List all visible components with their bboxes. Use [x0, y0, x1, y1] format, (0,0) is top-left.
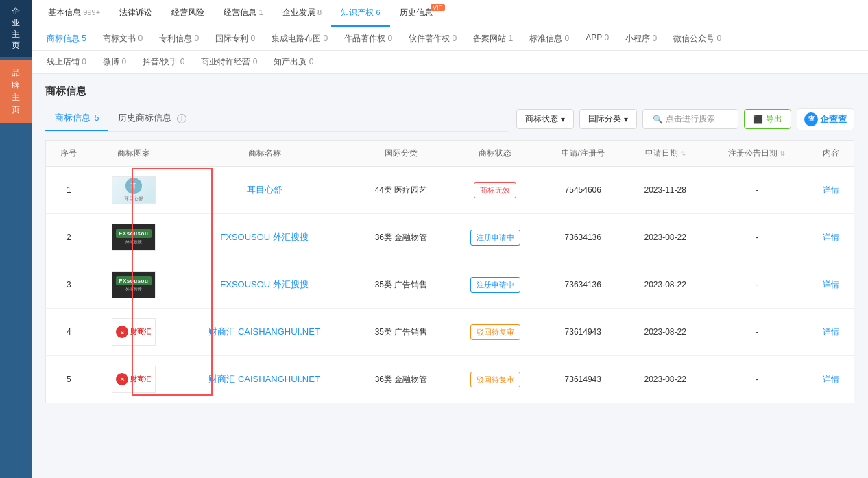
chevron-down-icon: ▾ — [561, 115, 565, 124]
detail-link[interactable]: 详情 — [823, 374, 839, 384]
table-wrapper: 序号 商标图案 商标名称 国际分类 商标状态 申请/注册号 申请日期⇅ 注册公告… — [45, 140, 854, 403]
cell-pub-date: - — [706, 167, 808, 214]
detail-link[interactable]: 详情 — [823, 232, 839, 242]
sub-nav: 商标信息 5 商标文书 0 专利信息 0 国际专利 0 集成电路布图 0 作品著… — [32, 27, 868, 51]
detail-link[interactable]: 详情 — [823, 327, 839, 337]
status-badge: 注册申请中 — [470, 230, 520, 246]
cell-logo: FXsousou 外汇搜搜 — [92, 214, 176, 261]
history-info-icon[interactable]: i — [177, 114, 186, 123]
tab-dev[interactable]: 企业发展 8 — [273, 0, 331, 27]
cell-category: 35类 广告销售 — [353, 261, 449, 309]
cell-apply-date: 2023-08-22 — [625, 309, 706, 356]
third-nav-online-shop[interactable]: 线上店铺 0 — [38, 51, 95, 73]
trademark-image: S 财商汇 — [112, 318, 156, 346]
cell-content: 详情 — [808, 261, 854, 309]
sort-icon[interactable]: ⇅ — [780, 150, 785, 157]
cell-content: 详情 — [808, 309, 854, 356]
tab-biz-info[interactable]: 经营信息 1 — [214, 0, 272, 27]
cell-pub-date: - — [706, 309, 808, 356]
status-filter-btn[interactable]: 商标状态 ▾ — [516, 109, 574, 129]
qcc-logo-icon: 查 — [804, 112, 818, 126]
third-nav-ip-output[interactable]: 知产出质 0 — [265, 51, 322, 73]
sub-nav-intl-patent[interactable]: 国际专利 0 — [207, 27, 263, 50]
search-btn[interactable]: 🔍 点击进行搜索 — [642, 109, 738, 129]
cell-logo: 耳 耳目心舒 — [92, 167, 176, 214]
trademark-name-link[interactable]: FXSOUSOU 外汇搜搜 — [220, 279, 309, 289]
sub-nav-copyright-work[interactable]: 作品著作权 0 — [336, 27, 400, 50]
cell-status: 商标无效 — [449, 167, 542, 214]
sub-nav-mini-app[interactable]: 小程序 0 — [617, 27, 665, 50]
detail-link[interactable]: 详情 — [823, 280, 839, 289]
vip-badge: VIP — [431, 4, 445, 11]
search-icon: 🔍 — [653, 115, 663, 124]
cell-seq: 3 — [46, 261, 92, 309]
sort-icon[interactable]: ⇅ — [680, 150, 686, 157]
status-badge: 商标无效 — [474, 182, 516, 198]
sub-nav-ic-layout[interactable]: 集成电路布图 0 — [263, 27, 336, 50]
sidebar-brand-link[interactable]: 品牌主页 — [0, 60, 32, 123]
table-row: 1 耳 耳目心舒 耳目心舒 44类 医疗园艺 — [46, 167, 854, 214]
detail-link[interactable]: 详情 — [823, 185, 839, 195]
cell-name: FXSOUSOU 外汇搜搜 — [176, 214, 353, 261]
cell-name: FXSOUSOU 外汇搜搜 — [176, 261, 353, 309]
status-badge: 注册申请中 — [470, 277, 520, 293]
sub-nav-trademark-doc[interactable]: 商标文书 0 — [95, 27, 151, 50]
sub-nav-copyright-sw[interactable]: 软件著作权 0 — [400, 27, 465, 50]
excel-icon: ⬛ — [753, 115, 763, 124]
page-body: 商标信息 商标信息 5 历史商标信息 i 商标状态 ▾ 国际分类 — [32, 74, 868, 478]
cell-content: 详情 — [808, 167, 854, 214]
trademark-name-link[interactable]: FXSOUSOU 外汇搜搜 — [220, 232, 309, 242]
trademark-image: FXsousou 外汇搜搜 — [112, 224, 156, 251]
trademark-image: 耳 耳目心舒 — [112, 176, 156, 204]
tab-history-trademark[interactable]: 历史商标信息 i — [108, 106, 196, 131]
third-nav-douyin[interactable]: 抖音/快手 0 — [134, 51, 193, 73]
cell-logo: FXsousou 外汇搜搜 — [92, 261, 176, 309]
cell-seq: 1 — [46, 167, 92, 214]
tab-history[interactable]: 历史信息 VIP — [390, 0, 446, 27]
col-pub-date: 注册公告日期⇅ — [706, 141, 808, 167]
sub-nav-std-info[interactable]: 标准信息 0 — [521, 27, 577, 50]
qcc-brand-btn[interactable]: 查 企查查 — [797, 108, 854, 130]
cell-name: 耳目心舒 — [176, 167, 353, 214]
third-nav-franchise[interactable]: 商业特许经营 0 — [193, 51, 265, 73]
top-nav: 基本信息 999+ 法律诉讼 经营风险 经营信息 1 企业发展 8 知识产权 6… — [32, 0, 868, 27]
sub-nav-trademark-info[interactable]: 商标信息 5 — [38, 27, 95, 50]
cell-status: 注册申请中 — [449, 261, 542, 309]
tab-risk[interactable]: 经营风险 — [162, 0, 214, 27]
tab-legal[interactable]: 法律诉讼 — [110, 0, 162, 27]
trademark-name-link[interactable]: 财商汇 CAISHANGHUI.NET — [208, 374, 320, 384]
sub-nav-app[interactable]: APP 0 — [577, 27, 617, 50]
tm-circle-icon: 耳 — [125, 178, 142, 194]
cell-seq: 2 — [46, 214, 92, 261]
cell-seq: 4 — [46, 309, 92, 356]
col-seq: 序号 — [46, 141, 92, 167]
cell-reg-no: 75454606 — [542, 167, 625, 214]
table-row: 2 FXsousou 外汇搜搜 — [46, 214, 854, 261]
col-apply-date: 申请日期⇅ — [625, 141, 706, 167]
table-row: 3 FXsousou 外汇搜搜 — [46, 261, 854, 309]
tab-trademark-info[interactable]: 商标信息 5 — [45, 106, 108, 131]
col-reg-no: 申请/注册号 — [542, 141, 625, 167]
cell-category: 44类 医疗园艺 — [353, 167, 449, 214]
col-content: 内容 — [808, 141, 854, 167]
sub-nav-patent-info[interactable]: 专利信息 0 — [151, 27, 207, 50]
section-title: 商标信息 — [45, 85, 854, 98]
cell-apply-date: 2023-08-22 — [625, 214, 706, 261]
sidebar-enterprise-link[interactable]: 企业主页 — [0, 0, 32, 57]
trademark-name-link[interactable]: 财商汇 CAISHANGHUI.NET — [208, 326, 320, 337]
chevron-down-icon: ▾ — [624, 115, 628, 124]
trademark-name-link[interactable]: 耳目心舒 — [247, 184, 282, 195]
status-badge: 驳回待复审 — [470, 324, 520, 340]
cell-reg-no: 73614943 — [542, 356, 625, 403]
tab-ip[interactable]: 知识产权 6 — [331, 0, 389, 27]
export-btn[interactable]: ⬛ 导出 — [744, 109, 791, 129]
sub-nav-wechat-oa[interactable]: 微信公众号 0 — [665, 27, 730, 50]
third-nav-weibo[interactable]: 微博 0 — [95, 51, 134, 73]
category-filter-btn[interactable]: 国际分类 ▾ — [579, 109, 637, 129]
cell-status: 驳回待复审 — [449, 356, 542, 403]
cell-reg-no: 73634136 — [542, 261, 625, 309]
cell-reg-no: 73614943 — [542, 309, 625, 356]
sub-nav-icp[interactable]: 备案网站 1 — [465, 27, 521, 50]
cell-apply-date: 2023-08-22 — [625, 261, 706, 309]
tab-basic[interactable]: 基本信息 999+ — [38, 0, 110, 27]
